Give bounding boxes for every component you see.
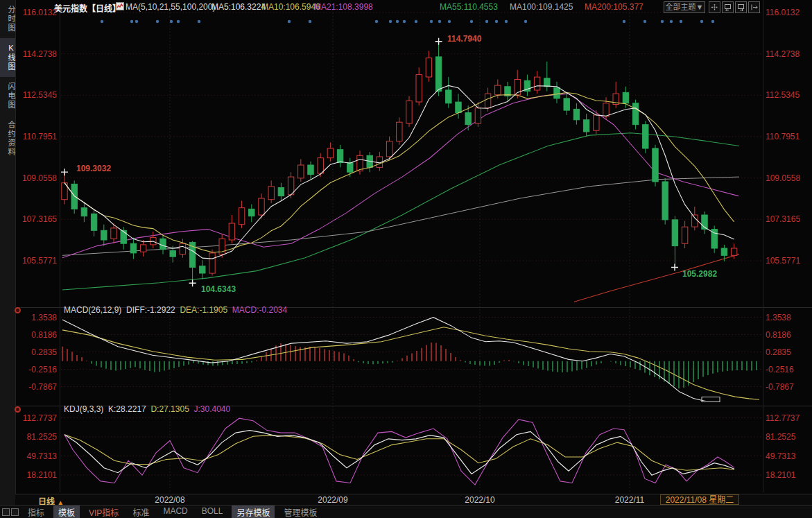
candle-body [288, 177, 293, 195]
extreme-cross-marker [61, 169, 68, 175]
axis-label: 18.2101 [766, 470, 795, 480]
bottom-tab-5[interactable]: MACD [158, 506, 192, 518]
candle-body [111, 228, 116, 239]
event-dot [309, 20, 311, 23]
candle-body [426, 58, 431, 77]
layout-pane-icon[interactable] [11, 508, 19, 516]
kdj-k-value: K:28.2217 [108, 404, 146, 414]
event-dot [375, 20, 378, 23]
candle-body [731, 248, 736, 255]
macd-panel-header: MACD(26,12,9) DIFF:-1.2922 DEA:-1.1905 M… [64, 305, 287, 315]
axis-label: 105.5771 [766, 256, 800, 266]
axis-label: 105.5771 [21, 256, 57, 266]
pan-tool-button[interactable] [709, 1, 720, 13]
event-dot [495, 20, 498, 23]
candle-body [554, 88, 560, 98]
candle-body [564, 98, 569, 110]
candle-body [170, 251, 175, 257]
candle-body [594, 115, 599, 130]
price-extreme-label: 105.2982 [682, 269, 717, 279]
extreme-cross-marker [671, 264, 678, 271]
axis-label: 116.0132 [21, 8, 57, 17]
bottom-tab-7[interactable]: 另存模板 [232, 506, 275, 518]
bottom-tab-8[interactable]: 管理模板 [279, 506, 322, 518]
candle-body [347, 163, 353, 173]
candle-body [298, 165, 304, 178]
candle-body [416, 75, 422, 102]
bottom-tab-4[interactable]: 标准 [128, 506, 154, 518]
bottom-tab-2[interactable]: 模板 [53, 506, 80, 518]
bottom-tab-3[interactable]: VIP指标 [84, 506, 123, 518]
sidebar-item-3[interactable]: 闪电图 [0, 77, 15, 115]
candle-body [337, 150, 343, 163]
kdj-title: KDJ(9,3,3) [64, 404, 103, 414]
candle-body [209, 253, 215, 273]
axis-label: 18.2101 [21, 470, 57, 480]
event-dot [135, 20, 138, 23]
axis-label: 114.2738 [766, 49, 800, 59]
candle-body [308, 165, 313, 175]
bottom-tab-6[interactable]: BOLL [197, 506, 228, 518]
layout-grid-icon[interactable] [2, 508, 10, 516]
candle-body [229, 223, 234, 240]
x-axis-date-label: 2022/08 [155, 495, 184, 505]
bottom-tab-1[interactable]: 指标 [23, 506, 49, 518]
price-extreme-label: 109.3032 [76, 164, 111, 173]
kdj-panel-header: KDJ(9,3,3) K:28.2217 D:27.1305 J:30.4040 [64, 404, 230, 414]
candle-body [721, 248, 727, 255]
axis-label: 0.8186 [21, 330, 57, 340]
candle-body [583, 120, 589, 132]
axis-label: 112.7737 [21, 413, 57, 423]
candle-body [140, 245, 146, 252]
event-dot [403, 20, 406, 23]
candle-body [603, 103, 609, 116]
bottom-tab-bar: 指标模板VIP指标标准MACDBOLL另存模板管理模板 [0, 505, 812, 518]
sidebar-item-1[interactable]: 分时图 [0, 0, 15, 38]
pane-expand-left-button[interactable] [722, 1, 734, 13]
candle-body [406, 101, 412, 123]
event-dot [396, 20, 399, 23]
event-dot [177, 20, 180, 23]
sidebar-item-2[interactable]: K线图 [0, 38, 15, 77]
candle-body [130, 243, 136, 253]
left-sidebar: 分时图K线图闪电图合约资料 [0, 0, 16, 518]
axis-label: 81.2525 [21, 432, 57, 442]
event-dot [389, 20, 392, 23]
kdj-d-value: D:27.1305 [150, 404, 189, 414]
kdj-settings-icon[interactable] [15, 406, 21, 413]
axis-label: 1.3538 [766, 313, 791, 322]
extreme-cross-marker [189, 279, 196, 286]
axis-label: -0.2516 [766, 365, 794, 374]
candle-body [259, 198, 264, 215]
extreme-cross-marker [435, 38, 442, 45]
pane-expand-right-button[interactable] [735, 1, 747, 13]
event-dot [680, 20, 682, 23]
ma55-line [62, 133, 739, 290]
exit-pane-button[interactable] [748, 1, 760, 13]
axis-label: -0.7867 [766, 382, 794, 392]
candle-body [672, 220, 677, 246]
candle-body [318, 158, 323, 173]
price-extreme-label: 104.6343 [201, 284, 236, 294]
ma-legend-3: MA21:108.3998 [314, 2, 373, 12]
candle-body [200, 266, 205, 273]
theme-selector-button[interactable]: 全部主题▼ [664, 1, 705, 13]
axis-label: 0.2835 [766, 347, 791, 357]
event-dot [524, 20, 527, 23]
axis-label: 107.3165 [21, 214, 57, 224]
candle-body [91, 214, 96, 230]
sidebar-item-4[interactable]: 合约资料 [0, 115, 15, 162]
candle-body [239, 208, 244, 225]
event-dot [661, 20, 664, 23]
axis-label: 110.7951 [766, 132, 800, 141]
axis-label: 0.8186 [766, 330, 791, 340]
macd-settings-icon[interactable] [15, 307, 21, 313]
macd-macd-value: MACD:-0.2034 [232, 305, 287, 315]
event-dot [670, 20, 673, 23]
axis-label: 116.0132 [766, 8, 800, 17]
axis-label: 109.0558 [766, 173, 800, 183]
event-dot [101, 20, 103, 23]
ma-legend-2: MA10:106.5946 [261, 2, 320, 12]
candle-body [397, 122, 402, 141]
event-dot [470, 20, 473, 23]
